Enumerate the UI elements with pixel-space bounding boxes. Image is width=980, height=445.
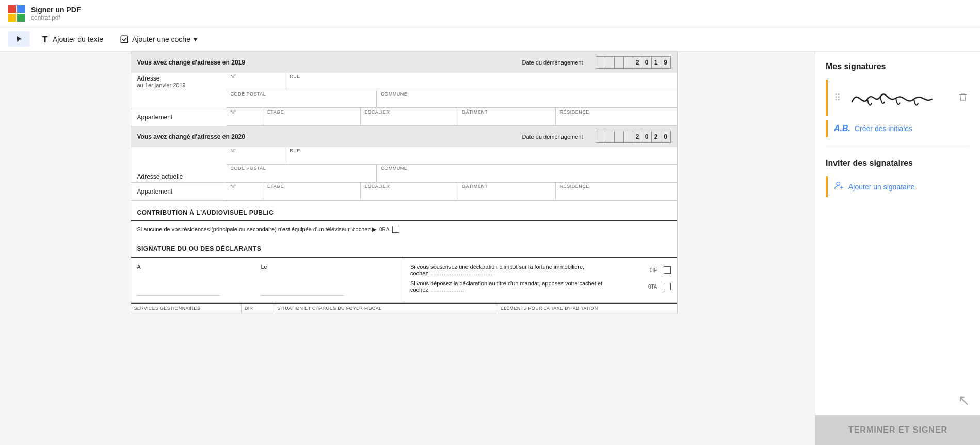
commune-sublabel: COMMUNE bbox=[377, 90, 677, 97]
invite-section: Inviter des signataires Ajouter un signa… bbox=[815, 148, 980, 203]
pdf-scroll-area[interactable]: Vous avez changé d'adresse en 2019 Date … bbox=[0, 52, 815, 445]
appartement-actuel-row: Appartement N° ÉTAGE bbox=[131, 183, 677, 201]
elements-col: ÉLÉMENTS POUR LA TAXE D'HABITATION bbox=[497, 304, 677, 313]
signature-main-area: À Le bbox=[131, 258, 677, 303]
batiment-col: BÂTIMENT bbox=[458, 108, 556, 126]
ora-code: 0RA bbox=[379, 227, 389, 232]
svg-rect-0 bbox=[8, 5, 16, 13]
appt-act-no-col: N° bbox=[227, 183, 263, 200]
date-box bbox=[605, 131, 615, 142]
adresse-actuelle-area: N° RUE C bbox=[227, 147, 677, 182]
a-label: À bbox=[137, 264, 141, 270]
batiment-line bbox=[458, 115, 555, 126]
ota-checkbox[interactable] bbox=[664, 283, 671, 290]
signature-title: SIGNATURE DU OU DES DÉCLARANTS bbox=[131, 241, 677, 258]
situation-col: SITUATION ET CHARGES DU FOYER FISCAL bbox=[274, 304, 497, 313]
add-check-button[interactable]: Ajouter une coche ▾ bbox=[114, 31, 203, 47]
address-change-2020-label: Vous avez changé d'adresse en 2020 bbox=[137, 133, 245, 140]
act-no-sublabel: N° bbox=[227, 147, 285, 153]
oif-checkbox[interactable] bbox=[664, 266, 671, 274]
ora-checkbox[interactable] bbox=[392, 226, 399, 233]
appartement-2019-area: N° ÉTAGE ESCALIER bbox=[227, 108, 677, 126]
act-batiment-line bbox=[458, 189, 555, 200]
signatures-title: Mes signatures bbox=[826, 62, 970, 71]
check-if-text: Si vous souscrivez une déclaration d'imp… bbox=[410, 264, 646, 276]
act-cp-commune-cols: CODE POSTAL COMMUNE bbox=[227, 165, 677, 182]
a-field: À bbox=[137, 264, 220, 296]
audiovisuel-title: CONTRIBUTION À L'AUDIOVISUEL PUBLIC bbox=[131, 205, 677, 221]
text-icon bbox=[40, 35, 50, 44]
svg-rect-2 bbox=[8, 14, 16, 22]
le-line bbox=[261, 270, 344, 296]
date-box: 0 bbox=[642, 57, 652, 68]
escalier-col: ESCALIER bbox=[361, 108, 458, 126]
no-line bbox=[227, 79, 285, 90]
date-box bbox=[596, 57, 605, 68]
drag-handle-icon[interactable]: ⠿ bbox=[834, 92, 841, 103]
cursor-indicator: ↖ bbox=[815, 386, 980, 415]
date-box: 1 bbox=[652, 57, 661, 68]
svg-rect-4 bbox=[121, 36, 128, 43]
services-col: SERVICES GESTIONNAIRES bbox=[131, 304, 242, 313]
add-text-button[interactable]: Ajouter du texte bbox=[34, 31, 109, 47]
act-residence-line bbox=[556, 189, 677, 200]
oif-code: 0IF bbox=[650, 267, 657, 273]
adresse-actuelle-row: Adresse actuelle N° RUE bbox=[131, 147, 677, 183]
app-subtitle: contrat.pdf bbox=[31, 14, 81, 21]
escalier-line bbox=[361, 115, 458, 126]
appartement-actuel-label: Appartement bbox=[137, 188, 173, 195]
no-col: N° bbox=[227, 73, 286, 90]
app-title-group: Signer un PDF contrat.pdf bbox=[31, 6, 81, 21]
add-signatory-link[interactable]: Ajouter un signataire bbox=[848, 183, 914, 191]
ota-code: 0TA bbox=[648, 284, 657, 290]
date-boxes-2019: 2 0 1 9 bbox=[596, 56, 671, 69]
date-box: 2 bbox=[633, 57, 642, 68]
initials-icon: A.B. bbox=[834, 124, 850, 133]
audiovisuel-content: Si aucune de vos résidences (principale … bbox=[131, 221, 677, 237]
svg-rect-1 bbox=[17, 5, 25, 13]
appt-no-line bbox=[227, 115, 263, 126]
svg-point-5 bbox=[837, 182, 840, 185]
trash-icon bbox=[958, 92, 968, 102]
svg-rect-3 bbox=[17, 14, 25, 22]
delete-signature-button[interactable] bbox=[956, 90, 970, 105]
audiovisuel-text: Si aucune de vos résidences (principale … bbox=[137, 226, 376, 233]
rue-col: RUE bbox=[285, 73, 677, 90]
act-escalier-line bbox=[361, 189, 458, 200]
main-layout: Vous avez changé d'adresse en 2019 Date … bbox=[0, 52, 980, 445]
act-cp-col: CODE POSTAL bbox=[227, 165, 377, 182]
add-person-icon bbox=[834, 180, 844, 193]
invite-title: Inviter des signataires bbox=[826, 158, 970, 168]
cursor-tool-button[interactable] bbox=[8, 31, 30, 47]
commune-line bbox=[377, 97, 677, 108]
dir-col: DIR bbox=[242, 304, 274, 313]
cp-sublabel: CODE POSTAL bbox=[227, 90, 377, 97]
act-batiment-sublabel: BÂTIMENT bbox=[458, 183, 555, 189]
add-check-label: Ajouter une coche bbox=[132, 35, 190, 43]
act-etage-line bbox=[263, 189, 360, 200]
appt-act-no-sublabel: N° bbox=[227, 183, 263, 189]
panel-spacer bbox=[815, 203, 980, 386]
signature-item: ⠿ bbox=[826, 80, 970, 116]
pdf-page: Vous avez changé d'adresse en 2019 Date … bbox=[131, 52, 678, 313]
address-change-2019-label: Vous avez changé d'adresse en 2019 bbox=[137, 59, 245, 66]
adresse-field-area: N° RUE C bbox=[227, 73, 677, 108]
terminer-et-signer-button[interactable]: TERMINER ET SIGNER bbox=[815, 415, 980, 445]
pdf-wrapper: Vous avez changé d'adresse en 2019 Date … bbox=[0, 52, 815, 445]
cp-commune-cols: CODE POSTAL COMMUNE bbox=[227, 90, 677, 108]
residence-line bbox=[556, 115, 677, 126]
batiment-sublabel: BÂTIMENT bbox=[458, 108, 555, 115]
act-escalier-sublabel: ESCALIER bbox=[361, 183, 458, 189]
act-rue-line bbox=[285, 153, 677, 165]
appt-no-col: N° bbox=[227, 108, 263, 126]
rue-sublabel: RUE bbox=[285, 73, 677, 79]
act-rue-col: RUE bbox=[285, 147, 677, 165]
check-area: Si vous souscrivez une déclaration d'imp… bbox=[404, 258, 677, 302]
initials-item: A.B. Créer des initiales bbox=[826, 120, 970, 137]
address-change-2019-row: Vous avez changé d'adresse en 2019 Date … bbox=[131, 52, 677, 73]
create-initials-link[interactable]: Créer des initiales bbox=[855, 124, 912, 133]
adresse-label: Adresse bbox=[137, 75, 220, 82]
a-line bbox=[137, 270, 220, 296]
act-commune-col: COMMUNE bbox=[377, 165, 677, 182]
date-label-2019: Date du déménagement bbox=[522, 59, 583, 66]
